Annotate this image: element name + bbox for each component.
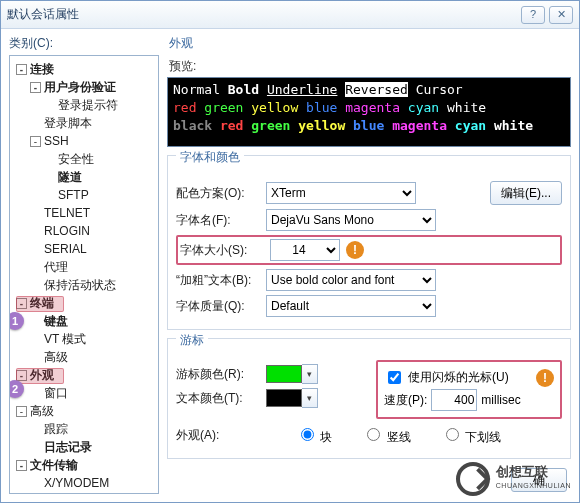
tree-item-label: 日志记录 [44, 439, 92, 456]
tree-item[interactable]: 保持活动状态 [12, 276, 156, 294]
fontsize-select[interactable]: 14 [270, 239, 340, 261]
highlight-appearance [16, 368, 64, 384]
tree-item-label: 跟踪 [44, 421, 68, 438]
tree-item-label: RLOGIN [44, 224, 90, 238]
text-color-label: 文本颜色(T): [176, 390, 266, 407]
tree-item-label: 登录脚本 [44, 115, 92, 132]
tree-item-label: SERIAL [44, 242, 87, 256]
warn-icon-2: ! [536, 369, 554, 387]
close-button[interactable]: ✕ [549, 6, 573, 24]
tree-item[interactable]: 隧道 [12, 168, 156, 186]
boldtext-label: “加粗”文本(B): [176, 272, 266, 289]
tree-item-label: 用户身份验证 [44, 79, 116, 96]
text-color-swatch[interactable] [266, 389, 302, 407]
tree-item-label: 键盘 [44, 313, 68, 330]
tree-item[interactable]: -文件传输 [12, 456, 156, 474]
tree-item-label: 高级 [44, 349, 68, 366]
expand-icon[interactable]: - [30, 82, 41, 93]
tree-item[interactable]: 安全性 [12, 150, 156, 168]
tree-item[interactable]: 代理 [12, 258, 156, 276]
titlebar: 默认会话属性 ? ✕ [1, 1, 579, 29]
tree-item[interactable]: 登录提示符 [12, 96, 156, 114]
window-title: 默认会话属性 [7, 6, 517, 23]
cursor-color-swatch[interactable] [266, 365, 302, 383]
dialog-window: 默认会话属性 ? ✕ 类别(C): 1 2 -连接-用户身份验证登录提示符登录脚… [0, 0, 580, 503]
expand-icon[interactable]: - [30, 136, 41, 147]
tree-item-label: SSH [44, 134, 69, 148]
category-label: 类别(C): [9, 35, 159, 52]
tree-item[interactable]: -连接 [12, 60, 156, 78]
fontname-select[interactable]: DejaVu Sans Mono [266, 209, 436, 231]
tree-item[interactable]: 窗口 [12, 384, 156, 402]
tree-item[interactable]: 键盘 [12, 312, 156, 330]
section-title: 外观 [169, 35, 571, 52]
highlight-terminal [16, 296, 64, 312]
tree-item-label: 保持活动状态 [44, 277, 116, 294]
radio-vline[interactable]: 竖线 [362, 425, 410, 446]
tree-item[interactable]: ZMODEM [12, 492, 156, 494]
scheme-label: 配色方案(O): [176, 185, 266, 202]
tree-item-label: SFTP [58, 188, 89, 202]
warn-icon: ! [346, 241, 364, 259]
tree-item[interactable]: 登录脚本 [12, 114, 156, 132]
text-color-dd[interactable]: ▾ [302, 388, 318, 408]
speed-unit: millisec [481, 393, 520, 407]
font-group: 字体和颜色 配色方案(O): XTerm 编辑(E)... 字体名(F): De… [167, 155, 571, 330]
tree-item-label: X/YMODEM [44, 476, 109, 490]
quality-label: 字体质量(Q): [176, 298, 266, 315]
tree-item[interactable]: RLOGIN [12, 222, 156, 240]
tree-item-label: 隧道 [58, 169, 82, 186]
quality-select[interactable]: Default [266, 295, 436, 317]
blink-label: 使用闪烁的光标(U) [408, 369, 509, 386]
speed-input[interactable] [431, 389, 477, 411]
scheme-select[interactable]: XTerm [266, 182, 416, 204]
cursor-group: 游标 游标颜色(R): ▾ 文本颜色(T): ▾ [167, 338, 571, 459]
tree-item-label: 登录提示符 [58, 97, 118, 114]
cursor-color-dd[interactable]: ▾ [302, 364, 318, 384]
radio-uline[interactable]: 下划线 [441, 425, 501, 446]
preview-label: 预览: [169, 58, 571, 75]
boldtext-select[interactable]: Use bold color and font [266, 269, 436, 291]
tree-item[interactable]: VT 模式 [12, 330, 156, 348]
fontname-label: 字体名(F): [176, 212, 266, 229]
tree-item[interactable]: -高级 [12, 402, 156, 420]
tree-item-label: TELNET [44, 206, 90, 220]
expand-icon[interactable]: - [16, 64, 27, 75]
tree-item[interactable]: TELNET [12, 204, 156, 222]
expand-icon[interactable]: - [16, 406, 27, 417]
speed-label: 速度(P): [384, 392, 427, 409]
tree-item[interactable]: 高级 [12, 348, 156, 366]
tree-item[interactable]: SERIAL [12, 240, 156, 258]
blink-checkbox[interactable] [388, 371, 401, 384]
edit-button[interactable]: 编辑(E)... [490, 181, 562, 205]
appearance-label: 外观(A): [176, 427, 266, 444]
tree-item-label: 高级 [30, 403, 54, 420]
tree-item-label: 代理 [44, 259, 68, 276]
tree-item[interactable]: -SSH [12, 132, 156, 150]
tree-item-label: 连接 [30, 61, 54, 78]
help-button[interactable]: ? [521, 6, 545, 24]
tree-item-label: 文件传输 [30, 457, 78, 474]
fontsize-label: 字体大小(S): [180, 242, 270, 259]
tree-item[interactable]: -用户身份验证 [12, 78, 156, 96]
category-tree[interactable]: 1 2 -连接-用户身份验证登录提示符登录脚本-SSH安全性隧道SFTPTELN… [9, 55, 159, 494]
radio-block[interactable]: 块 [296, 425, 332, 446]
preview-area: Normal Bold Underline Reversed Cursor re… [167, 77, 571, 147]
tree-item-label: VT 模式 [44, 331, 86, 348]
tree-item[interactable]: X/YMODEM [12, 474, 156, 492]
cursor-color-label: 游标颜色(R): [176, 366, 266, 383]
tree-item[interactable]: 跟踪 [12, 420, 156, 438]
font-group-legend: 字体和颜色 [176, 149, 244, 166]
tree-item-label: 窗口 [44, 385, 68, 402]
ok-button[interactable]: 确 [511, 468, 567, 492]
expand-icon[interactable]: - [16, 460, 27, 471]
cursor-group-legend: 游标 [176, 332, 208, 349]
tree-item-label: 安全性 [58, 151, 94, 168]
tree-item[interactable]: 日志记录 [12, 438, 156, 456]
tree-item[interactable]: SFTP [12, 186, 156, 204]
